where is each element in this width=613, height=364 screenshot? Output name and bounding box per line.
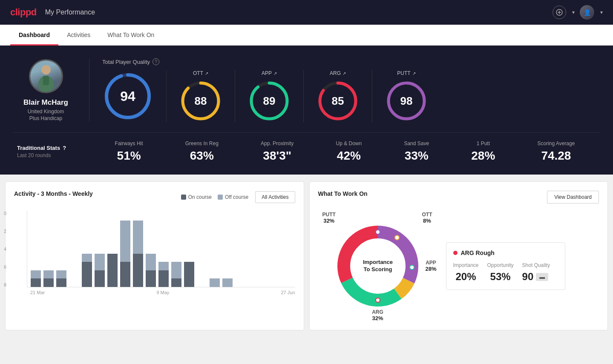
gauge-putt: PUTT ↗ 98 (372, 70, 440, 122)
wtwo-header: What To Work On View Dashboard (318, 190, 599, 204)
header-right: ▾ 👤 ▾ (553, 5, 603, 20)
bar-group (31, 210, 41, 287)
quality-info-icon[interactable]: ? (153, 58, 159, 65)
opportunity-value: 53% (487, 271, 514, 283)
bar-group (210, 210, 220, 287)
legend-off-course: Off course (218, 194, 248, 200)
gauge-ott: OTT ↗ 88 (167, 70, 235, 122)
quality-label-text: Total Player Quality (102, 59, 150, 65)
bar-group (107, 210, 118, 287)
stat-scoring-value: 74.28 (538, 149, 575, 163)
traditional-stats: Traditional Stats ? Last 20 rounds Fairw… (13, 132, 600, 163)
opportunity-label: Opportunity (487, 262, 514, 268)
wtwo-title: What To Work On (318, 190, 368, 197)
player-info: Blair McHarg United Kingdom Plus Handica… (13, 59, 89, 121)
chart-controls: On course Off course All Activities (181, 191, 295, 203)
gauge-ott-value: 88 (195, 95, 207, 108)
score-metric-importance: Importance 20% (453, 262, 479, 283)
stat-proximity-label: App. Proximity (261, 140, 294, 146)
user-avatar[interactable]: 👤 (580, 5, 594, 20)
wtwo-content: Importance To Scoring PUTT 32% O (318, 211, 599, 321)
gauge-ott-label: OTT ↗ (193, 70, 208, 76)
bar-on-course (133, 254, 143, 287)
score-card-dot (453, 251, 458, 255)
bar-off-course (158, 262, 169, 270)
gauge-arg-value: 85 (332, 95, 344, 108)
stat-fairways-value: 51% (115, 149, 143, 163)
player-country: United Kingdom (28, 109, 64, 115)
main-tabs: Dashboard Activities What To Work On (0, 25, 613, 46)
bar-off-course (146, 254, 156, 270)
stat-updown-value: 42% (336, 149, 362, 163)
gauge-app-circle: 89 (248, 80, 291, 122)
gauges-row: 94 OTT ↗ 88 (102, 70, 600, 122)
svg-text:Importance: Importance (363, 259, 392, 265)
bar-stack (210, 278, 220, 287)
stat-oneputt-label: 1 Putt (471, 140, 495, 146)
bar-group (82, 210, 92, 287)
score-metric-shot-quality: Shot Quality 90 ▬ (522, 262, 550, 283)
chart-header: Activity - 3 Months - Weekly On course O… (14, 190, 295, 204)
stats-info-icon[interactable]: ? (63, 145, 66, 151)
stat-sandsave: Sand Save 33% (404, 140, 429, 163)
stat-greens-label: Greens In Reg (185, 140, 219, 146)
bar-stack (184, 262, 194, 287)
bar-group (158, 210, 169, 287)
donut-container: Importance To Scoring PUTT 32% O (318, 211, 437, 321)
svg-rect-5 (43, 76, 49, 85)
gauge-arg-label-text: ARG (330, 70, 341, 76)
stats-subtitle: Last 20 rounds (17, 152, 94, 158)
score-card-title-text: ARG Rough (461, 249, 495, 256)
stats-title: Traditional Stats ? (17, 145, 94, 151)
stats-title-text: Traditional Stats (17, 145, 60, 151)
gauge-putt-value: 98 (400, 95, 413, 108)
player-avatar (29, 59, 63, 93)
app-trend-icon: ↗ (273, 71, 277, 76)
legend-off-course-label: Off course (225, 194, 248, 200)
view-dashboard-button[interactable]: View Dashboard (547, 191, 599, 203)
bar-on-course (43, 278, 54, 287)
header-title: My Performance (45, 9, 95, 16)
legend-off-course-dot (218, 195, 223, 200)
stat-greens-value: 63% (185, 149, 219, 163)
quality-label: Total Player Quality ? (102, 58, 600, 65)
svg-point-24 (395, 235, 399, 240)
all-activities-button[interactable]: All Activities (255, 191, 295, 203)
ott-trend-icon: ↗ (205, 71, 208, 76)
player-figure-icon (31, 62, 61, 92)
bar-off-course (222, 278, 233, 287)
gauge-putt-label-text: PUTT (397, 70, 410, 76)
activity-chart-panel: Activity - 3 Months - Weekly On course O… (5, 181, 304, 330)
bar-stack (222, 278, 233, 287)
user-dropdown-arrow[interactable]: ▾ (600, 9, 603, 15)
stat-oneputt: 1 Putt 28% (471, 140, 495, 163)
stat-sandsave-value: 33% (404, 149, 429, 163)
hero-top: Blair McHarg United Kingdom Plus Handica… (13, 58, 600, 122)
x-axis-labels: 21 Mar 9 May 27 Jun (27, 290, 295, 295)
tab-what-to-work-on[interactable]: What To Work On (99, 25, 163, 46)
bar-off-course (95, 254, 105, 270)
bar-on-course (184, 262, 194, 287)
stat-fairways: Fairways Hit 51% (115, 140, 143, 163)
stat-fairways-label: Fairways Hit (115, 140, 143, 146)
bar-stack (82, 254, 92, 287)
stat-scoring-label: Scoring Average (538, 140, 575, 146)
bar-on-course (56, 278, 66, 287)
add-dropdown-arrow[interactable]: ▾ (572, 9, 575, 15)
stat-scoring: Scoring Average 74.28 (538, 140, 575, 163)
bar-stack (158, 262, 169, 287)
bar-group (69, 210, 79, 287)
tab-dashboard[interactable]: Dashboard (10, 25, 58, 46)
bar-group (222, 210, 233, 287)
app-logo[interactable]: clippd (10, 7, 37, 18)
gauge-putt-label: PUTT ↗ (397, 70, 415, 76)
hero-section: Blair McHarg United Kingdom Plus Handica… (0, 46, 613, 175)
bar-on-course (107, 254, 118, 287)
bar-group (197, 210, 207, 287)
shot-quality-label: Shot Quality (522, 262, 550, 268)
bar-stack (120, 221, 130, 287)
bar-stack (43, 270, 54, 287)
add-button[interactable] (553, 6, 566, 19)
tab-activities[interactable]: Activities (58, 25, 99, 46)
what-to-work-on-panel: What To Work On View Dashboard (309, 181, 608, 330)
